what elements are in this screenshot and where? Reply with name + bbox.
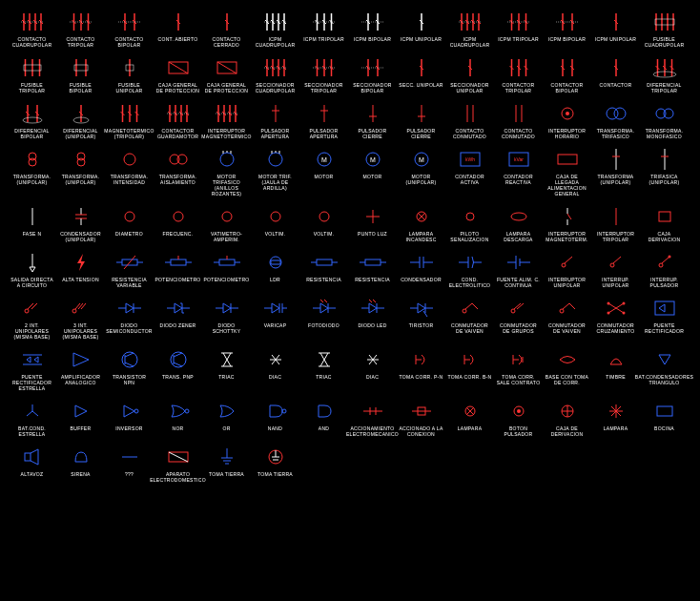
at-icon	[62, 250, 100, 275]
symbol-label: Transforma. Aislamiento	[155, 174, 200, 185]
symbol-f2: Fusible Bipolar	[58, 55, 103, 93]
symbol-nor: NOR	[155, 399, 200, 437]
symbol-label: Lampara	[604, 425, 628, 431]
tf1-icon	[646, 101, 684, 126]
symbol-label: Contacto Conmutado	[496, 128, 541, 139]
alt-icon	[13, 445, 51, 469]
npn-icon	[111, 347, 149, 372]
symbol-c2w: ICPM Bipolar	[350, 10, 395, 48]
fn-icon	[13, 204, 51, 229]
symbol-s4: Seccionador Cuadrupolar	[253, 55, 298, 93]
symbol-label: Aparato Electrodomestico	[150, 471, 206, 483]
iu-icon	[548, 250, 587, 275]
pc-icon	[354, 101, 392, 126]
tf3-icon	[597, 101, 635, 126]
symbol-c1w: ICPM Unipolar	[399, 10, 443, 48]
symbol-label: Base con Toma de Corr.	[545, 374, 589, 385]
symbol-d2: Diferencial Bipolar	[10, 101, 54, 139]
it-icon	[597, 204, 635, 229]
symbol-label: Voltim.	[314, 231, 335, 237]
apd-icon	[159, 445, 197, 469]
symbol-pc: Pulsador Cierre	[350, 101, 395, 139]
symbol-label: Transistor NPN	[107, 374, 152, 385]
symbol-label: ???	[125, 471, 134, 477]
nor-icon	[159, 399, 197, 424]
svg-line-297	[324, 300, 327, 302]
symbol-alt: Altavoz	[10, 445, 54, 483]
pa-icon	[305, 101, 343, 126]
symbol-label: Contador Reactiva	[496, 174, 541, 185]
svg-line-296	[320, 300, 323, 302]
pot-icon	[208, 250, 246, 275]
symbol-kvr: kVarContador Reactiva	[496, 147, 541, 197]
symbol-tfu: Transforma. (Unipolar)	[10, 147, 54, 197]
kvr-icon: kVar	[500, 147, 538, 172]
symbol-label: Transforma. Monofasico	[642, 128, 687, 139]
svg-rect-361	[25, 453, 31, 461]
symbol-label: Resistencia Variable	[107, 277, 152, 288]
symbol-im2: Interruptor Magnetoterm.	[545, 204, 589, 242]
symbol-label: Piloto Senalizacion	[447, 231, 492, 242]
symbol-label: Diac	[269, 374, 281, 380]
svg-line-315	[569, 303, 575, 309]
symbol-i3: 3 Int. Unipolares (Misma Base)	[58, 296, 103, 340]
symbol-dac: Diac	[350, 347, 395, 391]
svg-rect-251	[317, 259, 332, 265]
symbol-label: Motor Trif. (Jaula de Ardilla)	[253, 174, 298, 191]
symbol-label: Puente Rectificador Estrella	[10, 374, 54, 391]
symbol-label: Diodo Semiconductor	[106, 322, 153, 334]
c4w-icon	[257, 10, 295, 34]
pre-icon	[13, 347, 51, 372]
symbol-ae: Accionamiento Electromecanico	[350, 399, 395, 437]
symbol-tfi: Transforma. Intensidad	[107, 147, 152, 197]
symbol-c2r: Contacto Bipolar	[107, 10, 152, 48]
tfu-icon	[62, 147, 100, 172]
symbol-label: Fusible Unipolar	[107, 82, 152, 93]
symbol-label: Transforma. Intensidad	[107, 174, 152, 185]
symbol-tt2: Toma Tierra	[253, 445, 298, 483]
cv-icon	[548, 296, 587, 321]
symbol-label: Contacto Cuadrupolar	[10, 36, 54, 48]
symbol-label: Contador Activa	[447, 174, 492, 185]
symbol-label: Interruptor Unipolar	[545, 277, 589, 288]
sd-icon	[13, 250, 51, 275]
motb-icon: M	[402, 147, 441, 172]
symbol-it: Interruptor Tripolar	[593, 204, 638, 242]
symbol-pot: Potenciometro	[204, 250, 249, 288]
s1-icon	[402, 55, 441, 80]
and-icon	[305, 399, 343, 424]
svg-point-221	[271, 212, 280, 221]
symbol-label: Cond. Electrolitico	[447, 277, 492, 288]
symbol-pa: Pulsador Apertura	[301, 101, 346, 139]
svg-line-308	[465, 303, 472, 309]
symbol-label: ICPM Bipolar	[548, 36, 586, 42]
symbol-unk: ???	[107, 445, 152, 483]
symbol-label: Contacto Conmutado	[447, 128, 492, 139]
symbol-label: Transforma. (Unipolar)	[58, 174, 103, 185]
symbol-label: Pulsador Cierre	[399, 128, 443, 139]
symbol-tfline: Transforma (Unipolar)	[593, 147, 638, 197]
symbol-fn: Fase N	[10, 204, 54, 242]
symbol-tir: Tiristor	[399, 296, 443, 340]
symbol-label: Potenciometro	[154, 277, 200, 282]
symbol-cc: Contacto Conmutado	[447, 101, 492, 139]
ct2-icon	[548, 55, 587, 80]
symbol-tc: Toma Corr. B-N	[447, 347, 492, 391]
symbol-sd: Salida Directa a Circuito	[10, 250, 54, 288]
symbol-label: Trifasica (Unipolar)	[642, 174, 687, 185]
svg-point-267	[562, 263, 566, 267]
symbol-pc: Pulsador Cierre	[399, 101, 443, 139]
i3-icon	[62, 296, 100, 321]
symbol-label: Punto Luz	[358, 231, 387, 237]
lamp-icon	[402, 204, 441, 229]
symbol-label: ICPM Unipolar	[595, 36, 636, 42]
symbol-pr: Puente Rectificador	[642, 296, 687, 340]
symbol-gm: Contactor Guardamotor	[155, 101, 200, 139]
symbol-label: Seccionador Unipolar	[447, 82, 492, 93]
symbol-label: ICPM Tripolar	[303, 36, 344, 42]
symbol-label: Condensador	[401, 277, 442, 282]
symbol-label: Sirena	[71, 471, 90, 477]
symbol-label: Interrup. Pulsador	[642, 277, 687, 288]
symbol-label: Pulsador Cierre	[350, 128, 395, 139]
symbol-label: Caja de Derivacion	[545, 425, 589, 437]
